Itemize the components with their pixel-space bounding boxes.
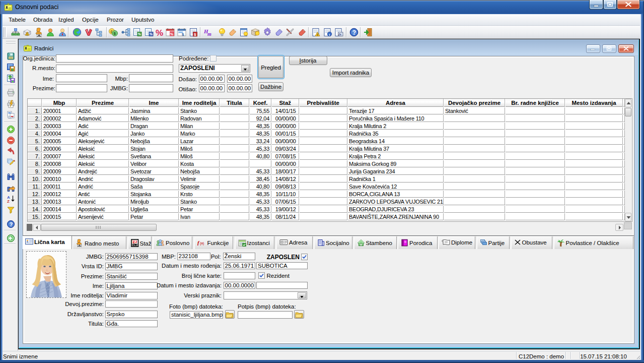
svg-text:$: $: [182, 32, 184, 37]
svg-text:%: %: [138, 32, 141, 36]
svg-text:?: ?: [10, 221, 13, 227]
svg-text:fx: fx: [339, 32, 342, 36]
svg-text:?: ?: [352, 29, 356, 36]
svg-text:m: m: [207, 31, 211, 37]
svg-text:%: %: [156, 28, 163, 38]
svg-text:2: 2: [135, 239, 137, 244]
svg-text:!: !: [317, 33, 318, 36]
svg-text:Z: Z: [7, 199, 10, 203]
svg-text:i: i: [329, 33, 330, 37]
svg-text:!: !: [27, 33, 28, 36]
svg-text:%: %: [170, 32, 174, 36]
svg-text:%: %: [150, 32, 153, 36]
svg-text:$: $: [114, 31, 116, 36]
svg-text:(я): (я): [200, 241, 204, 246]
